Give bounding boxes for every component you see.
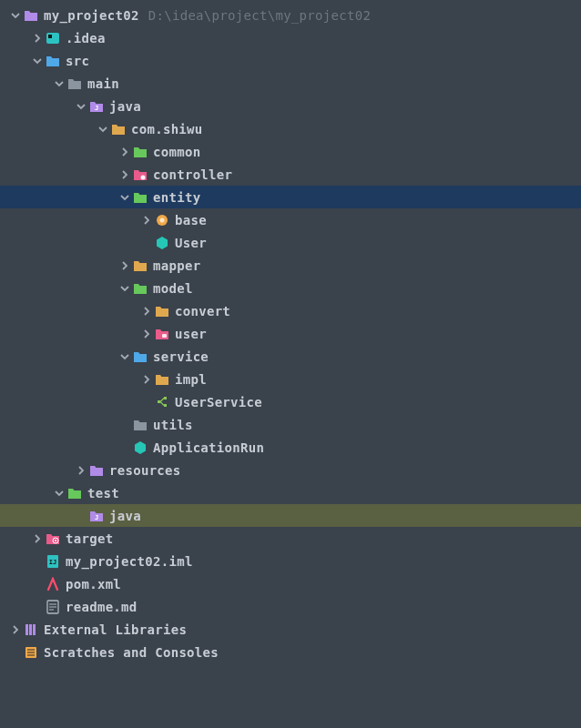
svg-rect-1 [48, 35, 52, 38]
javaFolder-icon: J [89, 99, 104, 114]
folder-icon [133, 190, 148, 205]
tree-node-label: .idea [66, 31, 106, 46]
node-common[interactable]: common [0, 140, 581, 163]
tree-node-label: java [109, 509, 141, 523]
tree-node-label: resources [109, 463, 181, 478]
node-resources[interactable]: resources [0, 459, 581, 481]
tree-node-label: common [153, 145, 200, 159]
node-src[interactable]: src [0, 49, 581, 72]
folder-icon [89, 463, 104, 478]
folder-icon [67, 76, 82, 91]
library-icon [24, 622, 38, 637]
folder-icon [133, 258, 148, 273]
chevron-right-icon[interactable] [31, 533, 44, 544]
node-entity[interactable]: entity [0, 186, 581, 208]
node-mapper[interactable]: mapper [0, 254, 581, 277]
folder-icon [24, 8, 38, 23]
project-path: D:\idea\project\my_project02 [148, 8, 371, 23]
pkg-icon [155, 213, 169, 228]
node-base[interactable]: base [0, 208, 581, 231]
chevron-down-icon[interactable] [118, 351, 131, 362]
chevron-down-icon[interactable] [53, 488, 66, 499]
node-java-main[interactable]: Jjava [0, 95, 581, 117]
gearFolder-icon [133, 167, 148, 182]
node-readme[interactable]: readme.md [0, 595, 581, 618]
javaFolder-icon: J [89, 509, 104, 523]
node-utils[interactable]: utils [0, 413, 581, 436]
chevron-right-icon[interactable] [75, 465, 87, 476]
chevron-right-icon[interactable] [118, 169, 131, 180]
chevron-right-icon[interactable] [118, 147, 131, 157]
chevron-down-icon[interactable] [118, 192, 131, 203]
chevron-down-icon[interactable] [9, 10, 22, 21]
tree-node-label: test [87, 486, 119, 500]
chevron-right-icon[interactable] [9, 624, 22, 635]
node-impl[interactable]: impl [0, 368, 581, 390]
svg-rect-7 [158, 400, 160, 403]
md-icon [46, 600, 60, 614]
node-scratches[interactable]: Scratches and Consoles [0, 641, 581, 663]
class-icon [133, 440, 148, 455]
tree-node-label: convert [175, 304, 230, 318]
tree-node-label: user [175, 327, 207, 341]
interface-icon [155, 395, 169, 410]
chevron-down-icon[interactable] [53, 78, 66, 89]
chevron-right-icon[interactable] [140, 306, 153, 317]
folder-icon [111, 122, 126, 136]
tree-node-label: my_project02.iml [66, 554, 193, 569]
chevron-right-icon[interactable] [140, 215, 153, 226]
folder-icon [155, 304, 169, 318]
node-main[interactable]: main [0, 72, 581, 95]
node-user-class[interactable]: User [0, 231, 581, 254]
source-icon [46, 54, 60, 68]
node-idea[interactable]: .idea [0, 26, 581, 49]
tree-node-label: utils [153, 418, 193, 432]
tree-node-label: com.shiwu [131, 122, 203, 136]
chevron-down-icon[interactable] [118, 283, 131, 294]
chevron-right-icon[interactable] [31, 33, 44, 44]
tree-node-label: User [175, 236, 207, 250]
svg-text:J: J [95, 105, 98, 112]
node-com-shiwu[interactable]: com.shiwu [0, 117, 581, 140]
node-convert[interactable]: convert [0, 299, 581, 322]
svg-point-3 [141, 175, 146, 179]
folder-icon [133, 349, 148, 364]
svg-point-5 [160, 217, 165, 222]
node-iml[interactable]: IJmy_project02.iml [0, 550, 581, 572]
node-userservice[interactable]: UserService [0, 390, 581, 413]
tree-node-label: Scratches and Consoles [44, 645, 219, 660]
idea-icon [46, 31, 60, 46]
chevron-right-icon[interactable] [140, 329, 153, 339]
tree-node-label: External Libraries [44, 622, 187, 637]
chevron-down-icon[interactable] [31, 56, 44, 66]
tree-node-label: src [66, 54, 89, 68]
node-applicationrun[interactable]: ApplicationRun [0, 436, 581, 459]
folder-icon [67, 486, 82, 500]
node-target[interactable]: target [0, 527, 581, 550]
svg-rect-6 [162, 334, 167, 338]
svg-text:J: J [95, 514, 98, 521]
chevron-down-icon[interactable] [75, 101, 87, 112]
node-java-test[interactable]: Jjava [0, 504, 581, 527]
node-pom[interactable]: pom.xml [0, 572, 581, 595]
node-user-pkg[interactable]: user [0, 322, 581, 345]
node-test[interactable]: test [0, 481, 581, 504]
tree-node-label: ApplicationRun [153, 440, 264, 455]
tree-node-label: target [66, 531, 113, 546]
chevron-right-icon[interactable] [118, 260, 131, 271]
tree-node-label: my_project02 [44, 8, 139, 23]
node-controller[interactable]: controller [0, 163, 581, 186]
tree-node-label: entity [153, 190, 200, 205]
svg-rect-17 [29, 624, 32, 635]
svg-rect-16 [25, 624, 28, 635]
chevron-right-icon[interactable] [140, 374, 153, 385]
tree-node-label: UserService [175, 395, 262, 410]
svg-text:IJ: IJ [49, 559, 56, 566]
chevron-down-icon[interactable] [97, 124, 109, 135]
folder-icon [155, 372, 169, 387]
root-project[interactable]: my_project02D:\idea\project\my_project02 [0, 4, 581, 26]
node-external-libs[interactable]: External Libraries [0, 618, 581, 641]
node-model[interactable]: model [0, 277, 581, 299]
node-service[interactable]: service [0, 345, 581, 368]
maven-icon [46, 577, 60, 592]
